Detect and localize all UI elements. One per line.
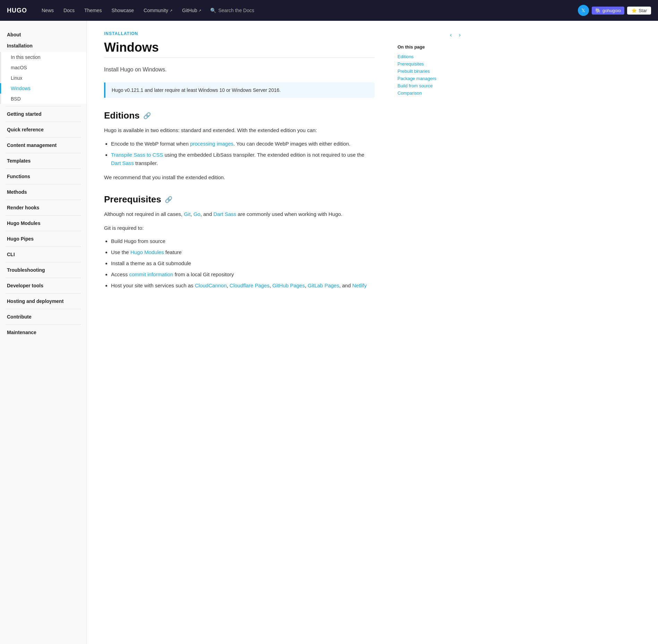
site-header: HUGO News Docs Themes Showcase Community… bbox=[0, 0, 658, 21]
sidebar-item-hosting-deployment[interactable]: Hosting and deployment bbox=[0, 296, 86, 307]
sidebar-item-getting-started[interactable]: Getting started bbox=[0, 108, 86, 120]
sidebar-divider bbox=[6, 122, 81, 122]
mastodon-button[interactable]: 🐘 gohugoio bbox=[592, 7, 625, 15]
sidebar-item-cli[interactable]: CLI bbox=[0, 249, 86, 260]
sidebar-item-contribute[interactable]: Contribute bbox=[0, 311, 86, 322]
list-item: Transpile Sass to CSS using the embedded… bbox=[111, 151, 375, 167]
processing-images-link[interactable]: processing images bbox=[190, 141, 233, 147]
sidebar: About Installation In this section macOS… bbox=[0, 21, 87, 644]
hugo-modules-link[interactable]: Hugo Modules bbox=[130, 249, 164, 255]
header-actions: 𝕏 🐘 gohugoio ⭐ Star bbox=[578, 5, 651, 16]
sidebar-item-render-hooks[interactable]: Render hooks bbox=[0, 202, 86, 213]
star-button[interactable]: ⭐ Star bbox=[627, 7, 651, 15]
list-item: Encode to the WebP format when processin… bbox=[111, 140, 375, 148]
sidebar-divider bbox=[6, 168, 81, 169]
page-subtitle: Install Hugo on Windows. bbox=[104, 65, 375, 74]
sidebar-item-quick-reference[interactable]: Quick reference bbox=[0, 124, 86, 135]
sidebar-divider bbox=[6, 153, 81, 153]
search-icon: 🔍 bbox=[210, 8, 216, 13]
dart-sass-link2[interactable]: Dart Sass bbox=[213, 211, 236, 217]
mastodon-icon: 🐘 bbox=[595, 8, 601, 13]
breadcrumb: INSTALLATION bbox=[104, 31, 375, 36]
sidebar-sub-bsd[interactable]: BSD bbox=[1, 94, 86, 104]
toc-nav-arrows: ‹ › bbox=[398, 31, 463, 39]
commit-information-link[interactable]: commit information bbox=[129, 271, 173, 277]
sidebar-item-installation[interactable]: Installation bbox=[0, 40, 86, 51]
sidebar-item-about[interactable]: About bbox=[0, 29, 86, 40]
netlify-link[interactable]: Netlify bbox=[352, 282, 367, 288]
sidebar-divider bbox=[6, 246, 81, 247]
toc-link-editions[interactable]: Editions bbox=[398, 53, 463, 60]
table-of-contents: ‹ › On this page Editions Prerequisites … bbox=[392, 24, 468, 104]
sidebar-item-methods[interactable]: Methods bbox=[0, 186, 86, 198]
prerequisites-anchor[interactable]: 🔗 bbox=[165, 196, 172, 203]
external-link-icon: ↗ bbox=[198, 9, 201, 12]
twitter-button[interactable]: 𝕏 bbox=[578, 5, 589, 16]
prerequisites-paragraph: Although not required in all cases, Git,… bbox=[104, 210, 375, 219]
editions-heading: Editions 🔗 bbox=[104, 110, 375, 121]
editions-list: Encode to the WebP format when processin… bbox=[111, 140, 375, 167]
prev-page-button[interactable]: ‹ bbox=[448, 31, 454, 39]
dart-sass-link[interactable]: Dart Sass bbox=[111, 160, 134, 166]
sidebar-divider bbox=[6, 137, 81, 138]
toc-title: On this page bbox=[398, 44, 463, 50]
installation-submenu: In this section macOS Linux Windows BSD bbox=[0, 52, 86, 104]
sidebar-sub-linux[interactable]: Linux bbox=[1, 73, 86, 83]
editions-anchor[interactable]: 🔗 bbox=[143, 112, 151, 120]
toc-link-build-from-source[interactable]: Build from source bbox=[398, 82, 463, 89]
list-item: Access commit information from a local G… bbox=[111, 270, 375, 279]
sidebar-item-content-management[interactable]: Content management bbox=[0, 140, 86, 151]
sidebar-divider bbox=[6, 293, 81, 294]
page-title: Windows bbox=[104, 40, 375, 55]
sidebar-item-templates[interactable]: Templates bbox=[0, 155, 86, 166]
sidebar-divider bbox=[6, 309, 81, 309]
cloudflare-pages-link[interactable]: Cloudflare Pages bbox=[230, 282, 270, 288]
sidebar-item-maintenance[interactable]: Maintenance bbox=[0, 327, 86, 338]
sidebar-sub-windows[interactable]: Windows bbox=[0, 83, 86, 94]
title-divider bbox=[104, 58, 375, 58]
nav-docs[interactable]: Docs bbox=[59, 6, 79, 15]
sidebar-divider bbox=[6, 200, 81, 200]
cloudcannon-link[interactable]: CloudCannon bbox=[195, 282, 227, 288]
editions-paragraph: Hugo is available in two editions: stand… bbox=[104, 126, 375, 135]
git-required-list: Build Hugo from source Use the Hugo Modu… bbox=[111, 237, 375, 290]
sidebar-item-troubleshooting[interactable]: Troubleshooting bbox=[0, 264, 86, 276]
sidebar-sub-in-this-section[interactable]: In this section bbox=[1, 52, 86, 62]
list-item: Build Hugo from source bbox=[111, 237, 375, 245]
search-box[interactable]: 🔍 Search the Docs bbox=[210, 8, 254, 13]
git-link[interactable]: Git bbox=[184, 211, 190, 217]
go-link[interactable]: Go bbox=[194, 211, 200, 217]
list-item: Use the Hugo Modules feature bbox=[111, 248, 375, 256]
toc-link-package-managers[interactable]: Package managers bbox=[398, 75, 463, 82]
nav-github[interactable]: GitHub ↗ bbox=[178, 6, 206, 15]
sidebar-divider bbox=[6, 184, 81, 184]
toc-link-prerequisites[interactable]: Prerequisites bbox=[398, 60, 463, 68]
sidebar-item-hugo-modules[interactable]: Hugo Modules bbox=[0, 218, 86, 229]
site-logo[interactable]: HUGO bbox=[7, 7, 27, 14]
twitter-icon: 𝕏 bbox=[581, 8, 585, 13]
gitlab-pages-link[interactable]: GitLab Pages bbox=[308, 282, 339, 288]
transpile-sass-link[interactable]: Transpile Sass to CSS bbox=[111, 152, 163, 158]
nav-themes[interactable]: Themes bbox=[80, 6, 106, 15]
nav-showcase[interactable]: Showcase bbox=[108, 6, 138, 15]
note-box: Hugo v0.121.1 and later require at least… bbox=[104, 82, 375, 98]
sidebar-item-developer-tools[interactable]: Developer tools bbox=[0, 280, 86, 291]
main-content: INSTALLATION Windows Install Hugo on Win… bbox=[87, 21, 392, 644]
sidebar-item-hugo-pipes[interactable]: Hugo Pipes bbox=[0, 233, 86, 244]
prerequisites-heading: Prerequisites 🔗 bbox=[104, 194, 375, 205]
nav-news[interactable]: News bbox=[37, 6, 58, 15]
toc-link-prebuilt-binaries[interactable]: Prebuilt binaries bbox=[398, 68, 463, 75]
editions-recommendation: We recommend that you install the extend… bbox=[104, 173, 375, 182]
git-required-text: Git is required to: bbox=[104, 224, 375, 233]
sidebar-item-functions[interactable]: Functions bbox=[0, 171, 86, 182]
sidebar-divider bbox=[6, 231, 81, 231]
next-page-button[interactable]: › bbox=[457, 31, 463, 39]
sidebar-divider bbox=[6, 215, 81, 216]
nav-community[interactable]: Community ↗ bbox=[139, 6, 177, 15]
github-pages-link[interactable]: GitHub Pages bbox=[272, 282, 305, 288]
external-link-icon: ↗ bbox=[170, 9, 172, 12]
main-nav: News Docs Themes Showcase Community ↗ Gi… bbox=[37, 6, 578, 15]
sidebar-sub-macos[interactable]: macOS bbox=[1, 62, 86, 73]
toc-link-comparison[interactable]: Comparison bbox=[398, 89, 463, 97]
list-item: Install a theme as a Git submodule bbox=[111, 259, 375, 268]
